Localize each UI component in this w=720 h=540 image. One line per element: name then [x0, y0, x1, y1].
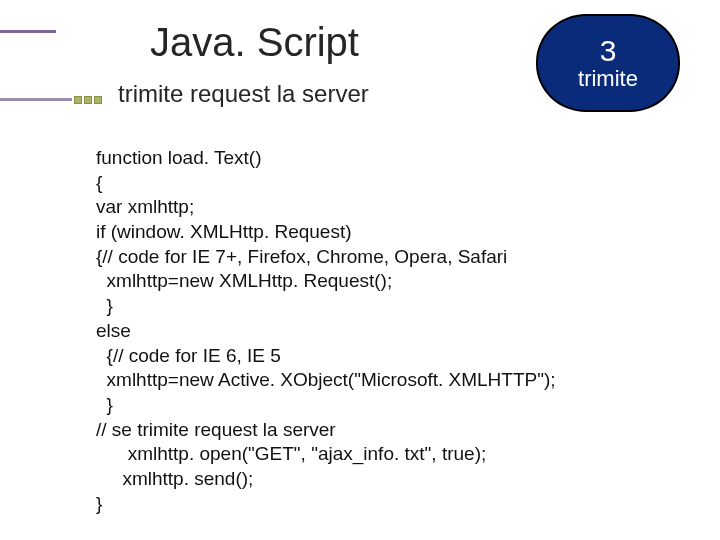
step-label: trimite [578, 67, 638, 91]
page-title: Java. Script [150, 20, 359, 65]
decoration-line-bottom [0, 98, 72, 101]
page-subtitle: trimite request la server [118, 80, 369, 108]
step-callout: 3 trimite [536, 14, 680, 112]
step-number: 3 [600, 34, 617, 67]
decoration-line-top [0, 30, 56, 33]
decoration-square-icon [84, 96, 92, 104]
decoration-square-icon [74, 96, 82, 104]
decoration-square-icon [94, 96, 102, 104]
code-block: function load. Text() { var xmlhttp; if … [96, 146, 656, 516]
